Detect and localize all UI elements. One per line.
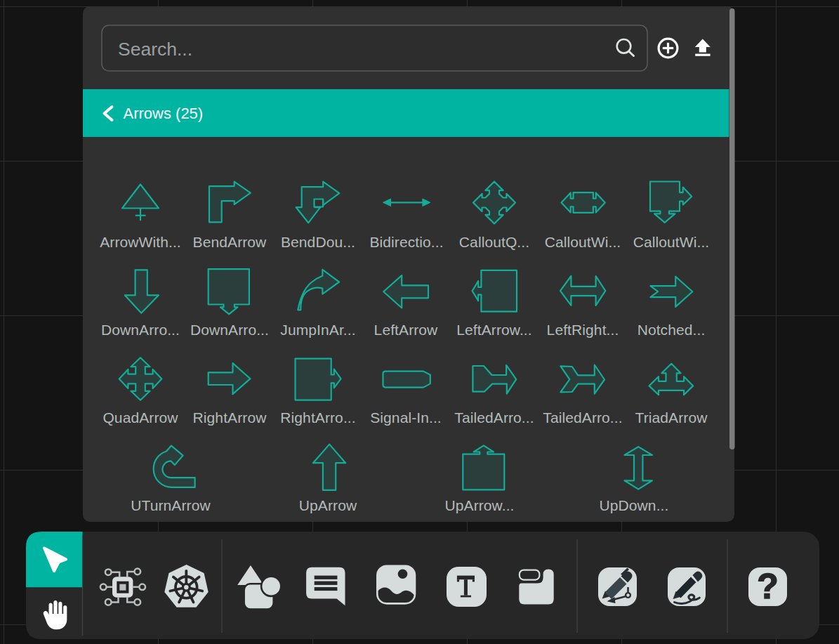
svg-text:TailedArro...: TailedArro...: [543, 409, 622, 426]
svg-text:TriadArrow: TriadArrow: [635, 409, 708, 426]
svg-text:CalloutWi...: CalloutWi...: [545, 234, 621, 250]
svg-text:Arrows (25): Arrows (25): [124, 105, 204, 122]
svg-text:QuadArrow: QuadArrow: [103, 409, 178, 426]
svg-text:Notched...: Notched...: [637, 322, 706, 338]
svg-text:JumpInAr...: JumpInAr...: [280, 322, 355, 338]
svg-text:LeftArrow: LeftArrow: [374, 322, 438, 338]
svg-text:ArrowWith...: ArrowWith...: [100, 234, 181, 250]
svg-text:UpDown...: UpDown...: [600, 497, 669, 513]
svg-text:UTurnArrow: UTurnArrow: [131, 497, 211, 513]
svg-text:LeftArrow...: LeftArrow...: [456, 322, 531, 338]
svg-text:Bidirectio...: Bidirectio...: [369, 234, 443, 250]
svg-text:DownArro...: DownArro...: [190, 322, 269, 338]
svg-text:CalloutWi...: CalloutWi...: [633, 234, 710, 250]
svg-text:BendArrow: BendArrow: [193, 234, 267, 250]
svg-text:CalloutQ...: CalloutQ...: [459, 234, 529, 250]
svg-text:TailedArro...: TailedArro...: [454, 409, 534, 426]
svg-text:?: ?: [757, 567, 779, 606]
svg-text:UpArrow: UpArrow: [299, 497, 357, 513]
svg-text:RightArrow: RightArrow: [193, 409, 267, 426]
svg-text:RightArro...: RightArro...: [280, 409, 355, 426]
svg-text:BendDou...: BendDou...: [281, 234, 355, 250]
svg-text:DownArro...: DownArro...: [101, 322, 180, 338]
svg-text:Search...: Search...: [118, 39, 192, 60]
svg-text:Signal-In...: Signal-In...: [370, 409, 442, 426]
svg-text:UpArrow...: UpArrow...: [444, 497, 514, 513]
svg-text:LeftRight...: LeftRight...: [547, 322, 619, 338]
